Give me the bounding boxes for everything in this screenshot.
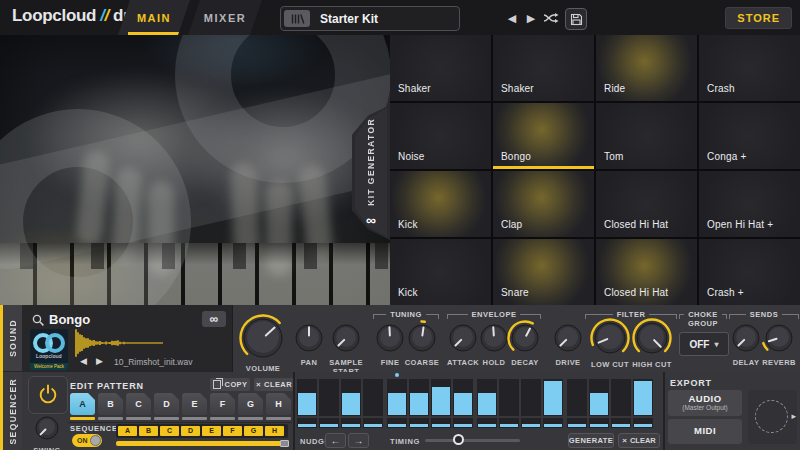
- choke-group-dropdown[interactable]: OFF ▾: [679, 332, 729, 356]
- pattern-button-a[interactable]: A: [70, 393, 95, 415]
- nudge-left-button[interactable]: ←: [325, 433, 346, 448]
- sequence-scrollbar-handle[interactable]: [280, 440, 289, 447]
- step-7[interactable]: [431, 379, 451, 416]
- step-11[interactable]: [521, 379, 541, 416]
- drum-pad-clap[interactable]: Clap: [493, 171, 594, 237]
- export-midi-button[interactable]: MIDI: [668, 419, 742, 444]
- tab-main[interactable]: MAIN: [118, 0, 190, 35]
- step-14[interactable]: [589, 379, 609, 416]
- drum-pad-crash-[interactable]: Crash +: [699, 239, 800, 305]
- velocity-15[interactable]: [611, 418, 631, 428]
- step-15[interactable]: [611, 379, 631, 416]
- step-2[interactable]: [319, 379, 339, 416]
- clear-steps-button[interactable]: × CLEAR: [618, 433, 660, 448]
- sample-prev-button[interactable]: ◀: [80, 356, 87, 366]
- drum-pad-conga-[interactable]: Conga +: [699, 103, 800, 169]
- sequence-cell-d[interactable]: D: [181, 426, 200, 436]
- step-4[interactable]: [363, 379, 383, 416]
- loopcloud-link-button[interactable]: ∞: [202, 311, 226, 327]
- velocity-7[interactable]: [431, 418, 451, 428]
- velocity-16[interactable]: [633, 418, 653, 428]
- knob-sample-start[interactable]: [327, 319, 365, 357]
- drum-pad-kick[interactable]: Kick: [390, 239, 491, 305]
- sequence-cell-g[interactable]: G: [244, 426, 263, 436]
- copy-pattern-button[interactable]: COPY: [210, 378, 250, 391]
- pattern-button-c[interactable]: C: [126, 393, 151, 415]
- drum-pad-crash[interactable]: Crash: [699, 35, 800, 101]
- pattern-button-f[interactable]: F: [210, 393, 235, 415]
- store-button[interactable]: STORE: [725, 7, 792, 29]
- save-icon[interactable]: [565, 8, 587, 30]
- drum-pad-noise[interactable]: Noise: [390, 103, 491, 169]
- sequence-cell-h[interactable]: H: [265, 426, 284, 436]
- velocity-3[interactable]: [341, 418, 361, 428]
- step-5[interactable]: [387, 379, 407, 416]
- knob-pan[interactable]: [290, 319, 328, 357]
- timing-slider[interactable]: [425, 439, 520, 442]
- sequence-cell-b[interactable]: B: [139, 426, 158, 436]
- nudge-right-button[interactable]: →: [348, 433, 369, 448]
- search-input[interactable]: Bongo: [49, 312, 90, 327]
- knob-volume[interactable]: [238, 313, 288, 363]
- knob-coarse[interactable]: [403, 319, 441, 357]
- step-6[interactable]: [409, 379, 429, 416]
- clear-pattern-button[interactable]: × CLEAR: [254, 378, 294, 391]
- drum-pad-snare[interactable]: Snare: [493, 239, 594, 305]
- tab-sequencer[interactable]: SEQUENCER: [3, 372, 22, 450]
- generate-button[interactable]: GENERATE: [568, 433, 614, 448]
- preset-next-button[interactable]: ▶: [522, 9, 540, 27]
- step-8[interactable]: [453, 379, 473, 416]
- step-1[interactable]: [297, 379, 317, 416]
- velocity-5[interactable]: [387, 418, 407, 428]
- timing-slider-handle[interactable]: [453, 434, 464, 445]
- preset-browse-icon[interactable]: [284, 10, 310, 27]
- drum-pad-kick[interactable]: Kick: [390, 171, 491, 237]
- step-10[interactable]: [499, 379, 519, 416]
- sequence-on-toggle[interactable]: ON: [72, 434, 102, 447]
- sequence-cell-f[interactable]: F: [223, 426, 242, 436]
- preset-selector[interactable]: Starter Kit: [280, 6, 460, 31]
- drum-pad-closed-hi-hat[interactable]: Closed Hi Hat: [596, 239, 697, 305]
- sequence-cell-c[interactable]: C: [160, 426, 179, 436]
- velocity-12[interactable]: [543, 418, 563, 428]
- preset-prev-button[interactable]: ◀: [503, 9, 521, 27]
- pattern-button-e[interactable]: E: [182, 393, 207, 415]
- step-13[interactable]: [567, 379, 587, 416]
- pattern-button-b[interactable]: B: [98, 393, 123, 415]
- shuffle-icon[interactable]: [542, 9, 560, 27]
- step-9[interactable]: [477, 379, 497, 416]
- export-audio-button[interactable]: AUDIO (Master Output): [668, 390, 742, 416]
- sequence-cell-a[interactable]: A: [118, 426, 137, 436]
- sequence-cell-e[interactable]: E: [202, 426, 221, 436]
- drum-pad-open-hi-hat-[interactable]: Open Hi Hat +: [699, 171, 800, 237]
- sequencer-power-button[interactable]: [28, 376, 68, 414]
- knob-decay[interactable]: [506, 319, 544, 357]
- pattern-button-g[interactable]: G: [238, 393, 263, 415]
- drum-pad-closed-hi-hat[interactable]: Closed Hi Hat: [596, 171, 697, 237]
- velocity-9[interactable]: [477, 418, 497, 428]
- velocity-11[interactable]: [521, 418, 541, 428]
- sample-next-button[interactable]: ▶: [96, 356, 103, 366]
- step-12[interactable]: [543, 379, 563, 416]
- drum-pad-bongo[interactable]: Bongo: [493, 103, 594, 169]
- knob-drive[interactable]: [549, 319, 587, 357]
- velocity-2[interactable]: [319, 418, 339, 428]
- velocity-8[interactable]: [453, 418, 473, 428]
- velocity-14[interactable]: [589, 418, 609, 428]
- drum-pad-tom[interactable]: Tom: [596, 103, 697, 169]
- velocity-13[interactable]: [567, 418, 587, 428]
- knob-high-cut[interactable]: [631, 317, 673, 359]
- step-3[interactable]: [341, 379, 361, 416]
- pattern-button-d[interactable]: D: [154, 393, 179, 415]
- export-drag-pad[interactable]: ▸: [748, 390, 797, 444]
- knob-low-cut[interactable]: [589, 317, 631, 359]
- drum-pad-ride[interactable]: Ride: [596, 35, 697, 101]
- drum-pad-shaker[interactable]: Shaker: [493, 35, 594, 101]
- pattern-button-h[interactable]: H: [266, 393, 291, 415]
- velocity-10[interactable]: [499, 418, 519, 428]
- velocity-4[interactable]: [363, 418, 383, 428]
- step-16[interactable]: [633, 379, 653, 416]
- tab-mixer[interactable]: MIXER: [188, 0, 262, 35]
- sequence-scrollbar[interactable]: [116, 441, 288, 446]
- knob-reverb[interactable]: [760, 319, 798, 357]
